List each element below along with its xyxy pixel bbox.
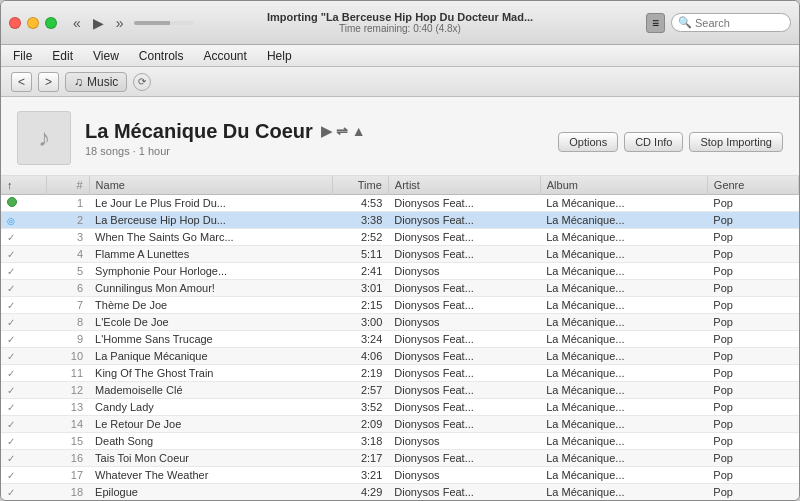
cell-artist: Dionysos <box>388 467 540 484</box>
menu-view[interactable]: View <box>89 47 123 65</box>
cell-genre: Pop <box>707 331 798 348</box>
play-button[interactable]: ▶ <box>89 13 108 33</box>
cell-status: ✓ <box>1 467 47 484</box>
cell-genre: Pop <box>707 246 798 263</box>
cell-name: L'Homme Sans Trucage <box>89 331 332 348</box>
table-row[interactable]: 1 Le Jour Le Plus Froid Du... 4:53 Diony… <box>1 195 799 212</box>
cell-name: Candy Lady <box>89 399 332 416</box>
cell-time: 5:11 <box>332 246 388 263</box>
play-album-button[interactable]: ▶ <box>321 123 332 139</box>
col-header-sort[interactable]: ↑ <box>1 176 47 195</box>
table-row[interactable]: ✓ 17 Whatever The Weather 3:21 Dionysos … <box>1 467 799 484</box>
options-button[interactable]: Options <box>558 132 618 152</box>
cell-genre: Pop <box>707 280 798 297</box>
minimize-button[interactable] <box>27 17 39 29</box>
close-button[interactable] <box>9 17 21 29</box>
cell-album: La Mécanique... <box>540 297 707 314</box>
cell-album: La Mécanique... <box>540 348 707 365</box>
cell-num: 10 <box>47 348 90 365</box>
rewind-button[interactable]: « <box>69 13 85 33</box>
table-row[interactable]: ✓ 15 Death Song 3:18 Dionysos La Mécaniq… <box>1 433 799 450</box>
table-row[interactable]: ✓ 8 L'Ecole De Joe 3:00 Dionysos La Méca… <box>1 314 799 331</box>
maximize-button[interactable] <box>45 17 57 29</box>
table-row[interactable]: ◎ 2 La Berceuse Hip Hop Du... 3:38 Diony… <box>1 212 799 229</box>
menu-file[interactable]: File <box>9 47 36 65</box>
table-row[interactable]: ✓ 14 Le Retour De Joe 2:09 Dionysos Feat… <box>1 416 799 433</box>
table-row[interactable]: ✓ 18 Epilogue 4:29 Dionysos Feat... La M… <box>1 484 799 501</box>
refresh-button[interactable]: ⟳ <box>133 73 151 91</box>
cell-time: 3:24 <box>332 331 388 348</box>
menu-edit[interactable]: Edit <box>48 47 77 65</box>
table-row[interactable]: ✓ 16 Tais Toi Mon Coeur 2:17 Dionysos Fe… <box>1 450 799 467</box>
col-header-num[interactable]: # <box>47 176 90 195</box>
cell-status: ✓ <box>1 297 47 314</box>
cell-genre: Pop <box>707 484 798 501</box>
cell-status: ✓ <box>1 365 47 382</box>
table-row[interactable]: ✓ 9 L'Homme Sans Trucage 3:24 Dionysos F… <box>1 331 799 348</box>
album-top: ♪ La Mécanique Du Coeur ▶ ⇌ ▲ 18 songs ·… <box>17 111 783 165</box>
status-check-icon: ✓ <box>7 385 15 396</box>
cell-genre: Pop <box>707 195 798 212</box>
cell-status: ✓ <box>1 280 47 297</box>
table-row[interactable]: ✓ 4 Flamme A Lunettes 5:11 Dionysos Feat… <box>1 246 799 263</box>
stop-importing-button[interactable]: Stop Importing <box>689 132 783 152</box>
album-art: ♪ <box>17 111 71 165</box>
cell-num: 11 <box>47 365 90 382</box>
cell-album: La Mécanique... <box>540 212 707 229</box>
forward-button[interactable]: > <box>38 72 59 92</box>
cell-artist: Dionysos <box>388 314 540 331</box>
cell-time: 3:38 <box>332 212 388 229</box>
cell-status: ✓ <box>1 246 47 263</box>
menu-help[interactable]: Help <box>263 47 296 65</box>
table-row[interactable]: ✓ 11 King Of The Ghost Train 2:19 Dionys… <box>1 365 799 382</box>
cell-time: 3:52 <box>332 399 388 416</box>
table-row[interactable]: ✓ 13 Candy Lady 3:52 Dionysos Feat... La… <box>1 399 799 416</box>
volume-slider[interactable] <box>134 21 194 25</box>
col-header-artist[interactable]: Artist <box>388 176 540 195</box>
music-note-icon: ♪ <box>38 124 50 152</box>
cell-artist: Dionysos Feat... <box>388 212 540 229</box>
album-title-text: La Mécanique Du Coeur <box>85 120 313 143</box>
upload-album-button[interactable]: ▲ <box>352 123 366 139</box>
transport-controls: « ▶ » <box>69 13 128 33</box>
fastforward-button[interactable]: » <box>112 13 128 33</box>
table-row[interactable]: ✓ 12 Mademoiselle Clé 2:57 Dionysos Feat… <box>1 382 799 399</box>
table-row[interactable]: ✓ 6 Cunnilingus Mon Amour! 3:01 Dionysos… <box>1 280 799 297</box>
cell-genre: Pop <box>707 212 798 229</box>
cell-time: 2:52 <box>332 229 388 246</box>
cell-name: La Berceuse Hip Hop Du... <box>89 212 332 229</box>
menu-account[interactable]: Account <box>200 47 251 65</box>
col-header-time[interactable]: Time <box>332 176 388 195</box>
cell-artist: Dionysos Feat... <box>388 450 540 467</box>
table-row[interactable]: ✓ 3 When The Saints Go Marc... 2:52 Dion… <box>1 229 799 246</box>
back-button[interactable]: < <box>11 72 32 92</box>
search-input[interactable] <box>695 17 785 29</box>
col-header-album[interactable]: Album <box>540 176 707 195</box>
shuffle-album-button[interactable]: ⇌ <box>336 123 348 139</box>
table-row[interactable]: ✓ 7 Thème De Joe 2:15 Dionysos Feat... L… <box>1 297 799 314</box>
cell-name: Flamme A Lunettes <box>89 246 332 263</box>
music-icon: ♫ <box>74 75 83 89</box>
list-view-button[interactable]: ≡ <box>646 13 665 33</box>
menu-controls[interactable]: Controls <box>135 47 188 65</box>
status-check-icon: ✓ <box>7 283 15 294</box>
cell-time: 4:29 <box>332 484 388 501</box>
table-row[interactable]: ✓ 5 Symphonie Pour Horloge... 2:41 Diony… <box>1 263 799 280</box>
album-actions: Options CD Info Stop Importing <box>558 124 783 152</box>
window-subtitle: Time remaining: 0:40 (4.8x) <box>267 23 533 34</box>
cell-num: 15 <box>47 433 90 450</box>
col-header-name[interactable]: Name <box>89 176 332 195</box>
cell-album: La Mécanique... <box>540 263 707 280</box>
cdinfo-button[interactable]: CD Info <box>624 132 683 152</box>
cell-name: Tais Toi Mon Coeur <box>89 450 332 467</box>
table-row[interactable]: ✓ 10 La Panique Mécanique 4:06 Dionysos … <box>1 348 799 365</box>
status-check-icon: ✓ <box>7 317 15 328</box>
cell-num: 4 <box>47 246 90 263</box>
cell-time: 3:18 <box>332 433 388 450</box>
cell-time: 3:21 <box>332 467 388 484</box>
status-check-icon: ✓ <box>7 300 15 311</box>
cell-name: Death Song <box>89 433 332 450</box>
col-header-genre[interactable]: Genre <box>707 176 798 195</box>
album-subtitle: 18 songs · 1 hour <box>85 145 544 157</box>
status-check-icon: ✓ <box>7 232 15 243</box>
